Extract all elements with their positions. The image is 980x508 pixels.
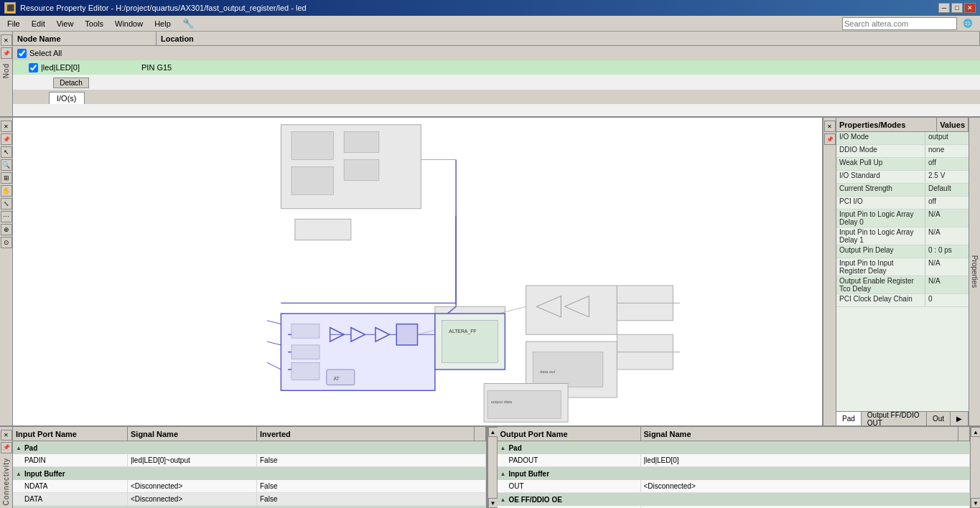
minimize-button[interactable]: ─ [938,3,950,13]
diag-tb-extra1[interactable]: ⋯ [1,211,12,222]
menu-bar: File Edit View Tools Window Help 🔧 🌐 [0,16,980,32]
prop-val-8: 0 : 0 ps [925,245,969,258]
prop-name-4: Current Strength [836,184,925,196]
prop-name-9: Input Pin to Input Register Delay [836,258,925,276]
prop-val-9: N/A [925,258,969,276]
tb-btn-1[interactable]: ✕ [1,34,12,46]
prop-name-5: PCI I/O [836,197,925,209]
br-scroll-header [958,427,970,441]
diag-tb-extra3[interactable]: ⊙ [1,237,12,248]
tb-btn-2[interactable]: 📌 [1,47,12,59]
svg-text:ALTERA_FF: ALTERA_FF [449,329,476,334]
prop-name-6: Input Pin to Logic Array Delay 0 [836,210,925,227]
ndata-port: NDATA [13,480,128,492]
props-side-label: Properties [969,118,980,425]
node-table-header: Node Name Location [13,32,980,46]
menu-window[interactable]: Window [111,18,147,29]
props-close-btn[interactable]: ✕ [824,121,836,132]
properties-panel: ✕ 📌 Properties/Modes Values I/O Modeoutp… [822,118,980,425]
diag-tb-x[interactable]: ✕ [1,121,12,132]
maximize-button[interactable]: □ [951,3,963,13]
conn-row-out: OUT <Disconnected> [498,480,971,493]
node-row-select-all[interactable]: Select All [13,46,980,60]
node-col-location: Location [157,32,980,45]
app-icon: ⬛ [4,2,16,14]
props-inner: Properties/Modes Values I/O ModeoutputDD… [836,118,969,425]
menu-help[interactable]: Help [150,18,175,29]
data-signal: <Disconnected> [128,493,257,505]
props-tab-pad[interactable]: Pad [836,412,862,425]
props-tab-output-ff[interactable]: Output FF/DDIO OUT [862,412,927,425]
window-title: Resource Property Editor - H:/project/qu… [20,4,307,12]
left-scroll-up[interactable]: ▲ [488,427,498,437]
diag-tb-pin[interactable]: 📌 [1,133,12,145]
svg-rect-10 [291,362,319,380]
prop-name-7: Input Pin to Logic Array Delay 1 [836,227,925,245]
pad-triangle-left: ▲ [16,445,22,451]
left-scroll-container[interactable]: ▲ ▼ [487,427,498,508]
props-col-name: Properties/Modes [836,118,937,131]
prop-row-2: Weak Pull Upoff [836,158,969,171]
prop-val-11: 0 [925,294,969,306]
prop-row-8: Output Pin Delay0 : 0 ps [836,245,969,258]
diag-tb-fit[interactable]: ⊞ [1,172,12,184]
diag-tb-zoom[interactable]: 🔍 [1,159,12,171]
svg-rect-8 [291,324,319,339]
detach-area: Detach [13,75,980,90]
menu-tools[interactable]: Tools [80,18,108,29]
left-scroll-down[interactable]: ▼ [488,498,498,508]
close-button[interactable]: ✕ [964,3,976,13]
ndata-inverted: False [257,480,486,492]
prop-val-4: Default [925,184,969,196]
menu-edit[interactable]: Edit [27,18,50,29]
bl-scroll-header [475,427,486,441]
menu-file[interactable]: File [3,18,24,29]
prop-name-8: Output Pin Delay [836,245,925,258]
title-controls: ─ □ ✕ [938,3,976,13]
detach-button[interactable]: Detach [53,77,89,88]
props-pin-btn[interactable]: 📌 [824,133,836,145]
prop-row-3: I/O Standard2.5 V [836,171,969,184]
menu-view[interactable]: View [52,18,78,29]
diagram-svg: AT data out [13,118,822,425]
props-tab-out[interactable]: Out [927,412,951,425]
search-input[interactable] [842,17,957,30]
prop-name-10: Output Enable Register Tco Delay [836,276,925,293]
connectivity-toolbar: ✕ 📌 Connectivity [0,427,13,508]
tab-area: I/O(s) [13,90,980,104]
props-col-val: Values [937,118,969,131]
conn-row-ndata: NDATA <Disconnected> False [13,480,486,493]
led-checkbox[interactable] [29,63,38,72]
select-all-checkbox[interactable] [17,49,27,58]
node-row-led[interactable]: |led|LED[0] PIN G15 [13,60,980,75]
bl-col-inverted: Inverted [257,427,475,441]
props-tab-nav-right[interactable]: ▶ [951,412,969,425]
oe-label-right: OE FF/DDIO OE [508,496,561,504]
ndata-signal: <Disconnected> [128,480,257,492]
diag-tb-hand[interactable]: ✋ [1,185,12,197]
diag-tb-extra2[interactable]: ⊕ [1,224,12,235]
tab-io[interactable]: I/O(s) [49,92,85,104]
bl-col-signal: Signal Name [128,427,257,441]
pad-label-right: Pad [508,444,521,452]
diag-tb-sel[interactable]: ↖ [1,146,12,158]
right-scroll-up[interactable]: ▲ [971,427,980,437]
input-buffer-section-right: ▲ Input Buffer [498,467,971,480]
bottom-right: Output Port Name Signal Name ▲ Pad PADOU… [498,427,971,508]
prop-val-10: N/A [925,276,969,293]
conn-close-btn[interactable]: ✕ [1,430,12,441]
right-scroll-container[interactable]: ▲ ▼ [970,427,980,508]
node-col-name: Node Name [13,32,157,45]
bottom-section: ✕ 📌 Connectivity Input Port Name Signal … [0,425,980,508]
svg-text:data out: data out [540,370,555,374]
diag-tb-route[interactable]: ⤡ [1,198,12,210]
right-scroll-down[interactable]: ▼ [971,498,980,508]
svg-rect-5 [291,166,334,194]
prop-name-0: I/O Mode [836,132,925,144]
led-node-name: |led|LED[0] [41,63,141,72]
ib-triangle-right: ▲ [500,471,506,477]
conn-pin-btn[interactable]: 📌 [1,442,12,453]
props-header: Properties/Modes Values [836,118,969,132]
prop-name-1: DDIO Mode [836,145,925,157]
nod-label: Nod [1,60,11,81]
